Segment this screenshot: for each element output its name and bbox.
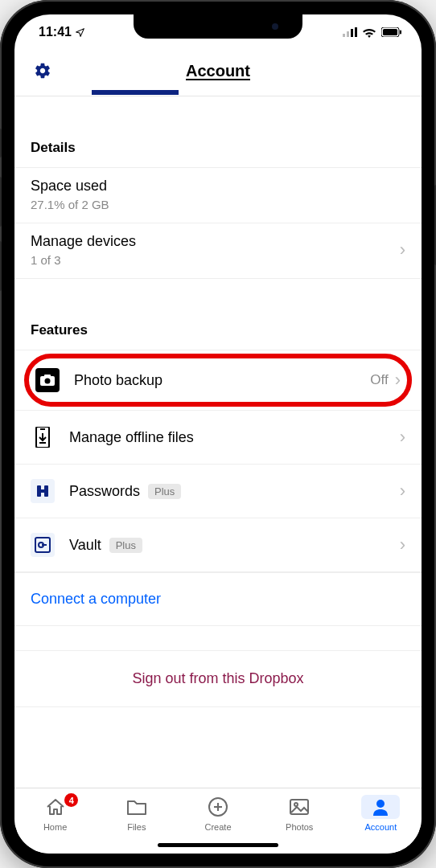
content-scroll[interactable]: Details Space used 27.1% of 2 GB Manage … xyxy=(14,96,422,788)
svg-rect-0 xyxy=(343,34,345,37)
wifi-icon xyxy=(362,27,376,38)
svg-rect-2 xyxy=(351,29,353,37)
phone-frame: 11:41 Account xyxy=(0,0,436,868)
tab-home-label: Home xyxy=(43,822,67,832)
tab-photos-label: Photos xyxy=(286,822,313,832)
home-icon xyxy=(45,797,66,817)
vault-row[interactable]: Vault Plus › xyxy=(14,518,422,572)
details-section-title: Details xyxy=(14,140,422,167)
home-badge: 4 xyxy=(64,793,78,807)
status-time: 11:41 xyxy=(39,25,72,39)
passwords-row[interactable]: Passwords Plus › xyxy=(14,464,422,518)
image-icon xyxy=(289,798,310,816)
svg-rect-9 xyxy=(44,375,51,378)
offline-files-icon xyxy=(31,425,55,449)
manage-offline-row[interactable]: Manage offline files › xyxy=(14,410,422,464)
chevron-right-icon: › xyxy=(395,370,401,391)
tab-home[interactable]: 4 Home xyxy=(14,795,96,832)
connect-computer-row[interactable]: Connect a computer xyxy=(14,572,422,626)
manage-offline-label: Manage offline files xyxy=(69,429,194,446)
vault-icon xyxy=(31,533,55,557)
features-section-title: Features xyxy=(14,322,422,350)
svg-rect-22 xyxy=(290,800,308,814)
person-icon xyxy=(372,798,389,816)
vault-badge: Plus xyxy=(109,538,142,553)
svg-rect-3 xyxy=(355,27,357,37)
svg-rect-11 xyxy=(40,428,45,430)
nav-header: Account xyxy=(14,50,422,92)
svg-point-23 xyxy=(294,803,298,806)
space-used-label: Space used xyxy=(31,178,405,194)
sign-out-label: Sign out from this Dropbox xyxy=(132,670,303,686)
svg-rect-15 xyxy=(37,489,48,493)
chevron-right-icon: › xyxy=(400,481,405,502)
manage-devices-label: Manage devices xyxy=(31,233,393,250)
tab-create-label: Create xyxy=(204,822,231,832)
photo-backup-row[interactable]: Photo backup xyxy=(74,372,370,389)
screen: 11:41 Account xyxy=(14,14,422,854)
photo-backup-value: Off xyxy=(370,372,388,388)
page-title: Account xyxy=(186,62,250,80)
tab-photos[interactable]: Photos xyxy=(259,795,340,832)
tab-account-label: Account xyxy=(365,822,397,832)
battery-icon xyxy=(381,27,402,37)
cellular-icon xyxy=(343,27,357,37)
camera-icon xyxy=(35,368,60,392)
svg-rect-6 xyxy=(400,31,401,35)
photo-backup-highlight: Photo backup Off › xyxy=(24,354,412,407)
passwords-label: Passwords xyxy=(69,483,140,500)
gear-icon xyxy=(34,62,51,80)
passwords-icon xyxy=(31,479,55,503)
sign-out-row[interactable]: Sign out from this Dropbox xyxy=(14,650,422,707)
tab-account[interactable]: Account xyxy=(340,795,422,832)
photo-backup-label: Photo backup xyxy=(74,372,162,389)
passwords-badge: Plus xyxy=(148,484,181,499)
tab-files-label: Files xyxy=(127,822,146,832)
settings-button[interactable] xyxy=(34,62,51,80)
chevron-right-icon: › xyxy=(400,240,405,260)
manage-devices-value: 1 of 3 xyxy=(31,253,393,267)
space-used-row[interactable]: Space used 27.1% of 2 GB xyxy=(14,167,422,223)
notch xyxy=(134,14,302,39)
svg-point-8 xyxy=(45,379,51,384)
manage-devices-row[interactable]: Manage devices 1 of 3 › xyxy=(14,223,422,279)
chevron-right-icon: › xyxy=(400,427,405,448)
active-tab-indicator xyxy=(92,90,179,95)
svg-rect-5 xyxy=(383,29,397,35)
svg-rect-1 xyxy=(347,31,349,37)
svg-point-24 xyxy=(376,800,385,808)
tab-files[interactable]: Files xyxy=(96,795,177,832)
location-arrow-icon xyxy=(75,27,85,38)
tab-strip xyxy=(14,92,422,96)
home-indicator[interactable] xyxy=(158,843,278,847)
connect-computer-label: Connect a computer xyxy=(31,591,161,607)
vault-label: Vault xyxy=(69,537,101,554)
plus-circle-icon xyxy=(208,796,228,817)
chevron-right-icon: › xyxy=(400,534,405,555)
tab-create[interactable]: Create xyxy=(177,795,258,832)
space-used-value: 27.1% of 2 GB xyxy=(31,198,405,211)
folder-icon xyxy=(126,798,147,816)
